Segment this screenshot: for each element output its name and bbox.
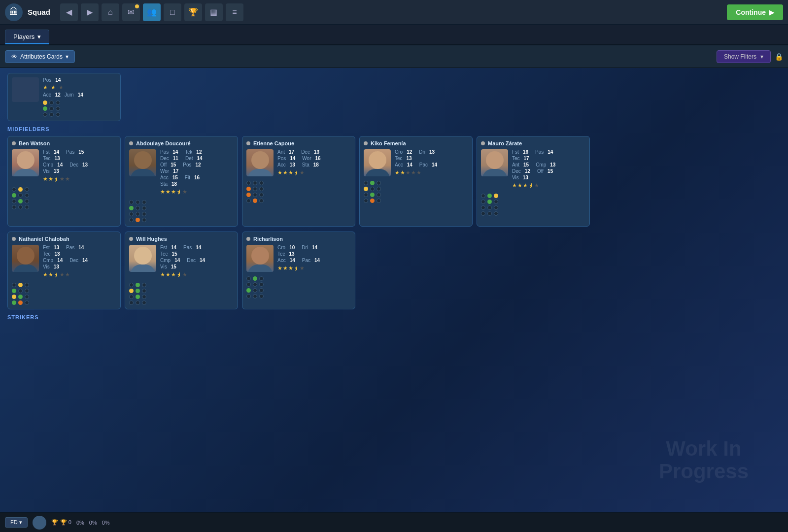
partial-stars: ★ ★ ★ [43,84,83,91]
richarlison-dots [246,276,351,299]
nav-back[interactable]: ◀ [60,3,78,21]
player-card-abdoulaye[interactable]: Abdoulaye Doucouré Pas14Tck12 Dec11Det14… [125,136,238,227]
tab-bar: Players ▾ [0,25,788,45]
manager-avatar [33,516,46,530]
player-card-nathaniel[interactable]: Nathaniel Chalobah Fst13Pas14 Tec13 Cmp1… [7,232,121,309]
player-card-ben-watson[interactable]: Ben Watson Fst14Pas15 Tec13 Cmp14Dec13 V… [7,136,121,227]
status-dot [12,141,16,145]
status-dot [246,237,250,241]
strikers-header: STRIKERS [7,314,781,320]
eye-icon: 👁 [11,53,17,60]
player-card-will[interactable]: Will Hughes Fst14Pas14 Tec15 Cmp14Dec14 … [125,232,238,309]
attr-dropdown-icon: ▾ [66,53,69,60]
trophy-stat: 🏆 🏆 0 [51,519,71,526]
player-card-richarlison[interactable]: Richarlison Cro10Dri14 Tec13 Acc14Pac14 … [242,232,355,309]
player-photo-mauro [481,149,508,176]
player-photo-will [129,245,156,272]
will-stars: ★★★⯨★ [160,271,234,278]
mauro-attrs: Fst16Pas14 Tec17 Ant15Cmp13 Dec12Off15 V… [512,149,585,191]
show-filters-label: Show Filters [724,53,756,60]
lock-icon: 🔒 [775,53,783,61]
show-filters-button[interactable]: Show Filters ▾ [717,50,771,63]
stat-4: 0% [102,520,110,526]
partial-attr-pos: Pos 14 [43,77,83,83]
status-dot [12,237,16,241]
etienne-stars: ★★★⯨★ [277,169,351,176]
tab-dropdown-icon: ▾ [37,33,41,40]
attr-btn-label: Attributes Cards [20,53,63,60]
midfielders-header: MIDFIELDERS [7,126,781,132]
bottombar: FD ▾ 🏆 🏆 0 0% 0% 0% [0,512,788,532]
status-dot [129,141,133,145]
abdoulaye-stars: ★★★⯨★ [160,189,234,195]
nav-inbox[interactable]: ✉ [122,3,140,21]
partial-card: Pos 14 ★ ★ ★ Acc 12 Jum 14 [7,73,121,121]
player-photo-abdoulaye [129,149,156,176]
nav-menu[interactable]: ≡ [226,3,243,21]
richarlison-stars: ★★★⯨★ [277,265,351,271]
ben-stars: ★★⯨★★ [43,176,116,182]
etienne-attrs: Ant17Dec13 Pos14Wor16 Acc13Sta18 ★★★⯨★ [277,149,351,178]
will-attrs: Fst14Pas14 Tec15 Cmp14Dec14 Vis15 ★★★⯨★ [160,245,234,280]
nav-board[interactable]: ▦ [205,3,223,21]
player-photo-etienne [246,149,274,176]
partial-photo [12,77,39,102]
toolbar: 👁 Attributes Cards ▾ Show Filters ▾ 🔒 [0,45,788,68]
player-photo-ben [12,149,39,176]
player-photo-kiko [364,149,391,176]
ben-dots [12,187,116,209]
player-card-kiko[interactable]: Kiko Femenía Cro12Dri13 Tec13 Acc14Pac14… [359,136,473,227]
player-photo-richarlison [246,245,274,272]
nathaniel-stars: ★★⯨★★ [43,271,116,278]
abdoulaye-attrs: Pas14Tck12 Dec11Det14 Off15Pos12 Wor17 A… [160,149,234,197]
continue-arrow-icon: ▶ [769,8,774,16]
stat-2: 0% [76,520,84,526]
partial-dots [43,100,83,117]
attributes-cards-button[interactable]: 👁 Attributes Cards ▾ [5,50,75,63]
midfielders-row-2: Nathaniel Chalobah Fst13Pas14 Tec13 Cmp1… [7,232,781,309]
player-photo-nathaniel [12,245,39,272]
tab-players[interactable]: Players ▾ [5,30,49,44]
continue-button[interactable]: Continue ▶ [727,4,783,20]
nav-forward[interactable]: ▶ [81,3,99,21]
status-dot [364,141,368,145]
player-card-mauro[interactable]: Mauro Zárate Fst16Pas14 Tec17 Ant15Cmp13… [477,136,590,227]
filters-dropdown-icon: ▾ [760,53,763,60]
player-card-etienne[interactable]: Etienne Capoue Ant17Dec13 Pos14Wor16 Acc… [242,136,355,227]
midfielders-row-1: Ben Watson Fst14Pas15 Tec13 Cmp14Dec13 V… [7,136,781,227]
kiko-attrs: Cro12Dri13 Tec13 Acc14Pac14 ★★★★★ [395,149,468,178]
mauro-dots [481,194,585,216]
status-dot [481,141,485,145]
notification-dot [135,4,139,8]
nav-tactics[interactable]: □ [164,3,181,21]
abdoulaye-dots [129,200,234,222]
manager-button[interactable]: FD ▾ [5,517,28,528]
topbar: 🏛 Squad ◀ ▶ ⌂ ✉ 👥 □ 🏆 ▦ ≡ Continue ▶ [0,0,788,25]
will-dots [129,283,234,305]
nav-home[interactable]: ⌂ [102,3,119,21]
nav-icons: ◀ ▶ ⌂ ✉ 👥 □ 🏆 ▦ ≡ [60,3,243,21]
continue-label: Continue [736,8,766,16]
status-dot [246,141,250,145]
ben-attrs: Fst14Pas15 Tec13 Cmp14Dec13 Vis13 ★★⯨★★ [43,149,116,184]
club-logo: 🏛 [5,3,23,21]
status-dot [129,237,133,241]
nav-cups[interactable]: 🏆 [184,3,202,21]
nathaniel-dots [12,283,116,305]
tab-players-label: Players [13,33,34,40]
partial-attr-acc-jum: Acc 12 Jum 14 [43,92,83,98]
nathaniel-attrs: Fst13Pas14 Tec13 Cmp14Dec14 Vis13 ★★⯨★★ [43,245,116,280]
main-content: Pos 14 ★ ★ ★ Acc 12 Jum 14 [0,68,788,512]
watermark: Work In Progress [659,437,749,483]
mauro-stars: ★★★⯨★ [512,182,585,189]
stat-3: 0% [89,520,97,526]
nav-squad[interactable]: 👥 [143,3,161,21]
kiko-dots [364,181,468,203]
etienne-dots [246,181,351,203]
richarlison-attrs: Cro10Dri14 Tec13 Acc14Pac14 ★★★⯨★ [277,245,351,273]
kiko-stars: ★★★★★ [395,169,468,176]
squad-title: Squad [28,8,50,16]
